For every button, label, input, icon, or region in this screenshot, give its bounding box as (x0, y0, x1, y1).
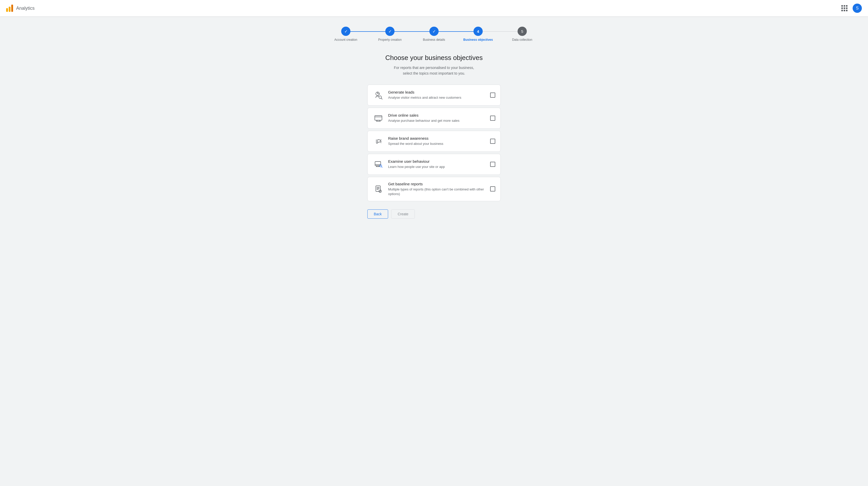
objective-raise-brand-awareness[interactable]: Raise brand awareness Spread the word ab… (367, 131, 501, 152)
logo-bar-2 (9, 7, 10, 12)
step-circle-4: 4 (473, 27, 483, 36)
examine-user-behaviour-text: Examine user behaviour Learn how people … (388, 159, 486, 169)
objectives-list: Generate leads Analyse visitor metrics a… (367, 85, 501, 201)
svg-rect-2 (375, 116, 382, 120)
header-title: Analytics (16, 6, 35, 11)
generate-leads-icon (373, 89, 384, 101)
button-row: Back Create (367, 209, 501, 219)
user-avatar[interactable]: S (852, 4, 862, 13)
drive-online-sales-checkbox[interactable] (490, 116, 495, 121)
stepper: ✓ Account creation ✓ Property creation ✓… (324, 27, 544, 41)
examine-user-behaviour-title: Examine user behaviour (388, 159, 486, 163)
objective-examine-user-behaviour[interactable]: Examine user behaviour Learn how people … (367, 154, 501, 175)
drive-online-sales-desc: Analyse purchase behaviour and get more … (388, 118, 486, 123)
step-circle-2: ✓ (385, 27, 395, 36)
objective-generate-leads[interactable]: Generate leads Analyse visitor metrics a… (367, 85, 501, 105)
step-label-4: Business objectives (463, 38, 493, 41)
header-right: S (841, 4, 862, 13)
objective-get-baseline-reports[interactable]: Get baseline reports Multiple types of r… (367, 177, 501, 201)
svg-rect-5 (376, 186, 380, 191)
step-property-creation: ✓ Property creation (368, 27, 412, 41)
back-button[interactable]: Back (367, 209, 388, 219)
raise-brand-awareness-desc: Spread the word about your business (388, 142, 486, 146)
svg-point-7 (380, 192, 380, 192)
raise-brand-awareness-title: Raise brand awareness (388, 136, 486, 141)
generate-leads-text: Generate leads Analyse visitor metrics a… (388, 90, 486, 100)
page-subtitle: For reports that are personalised to you… (394, 65, 474, 77)
generate-leads-desc: Analyse visitor metrics and attract new … (388, 95, 486, 100)
raise-brand-awareness-checkbox[interactable] (490, 139, 495, 144)
drive-online-sales-icon (373, 113, 384, 124)
step-data-collection: 5 Data collection (500, 27, 544, 41)
page-content: Choose your business objectives For repo… (367, 54, 501, 219)
generate-leads-checkbox[interactable] (490, 93, 495, 98)
get-baseline-reports-title: Get baseline reports (388, 182, 486, 186)
step-circle-5: 5 (518, 27, 527, 36)
step-label-3: Business details (423, 38, 445, 41)
analytics-logo (6, 5, 13, 12)
raise-brand-awareness-icon (373, 135, 384, 147)
apps-icon[interactable] (841, 5, 847, 11)
step-business-details: ✓ Business details (412, 27, 456, 41)
examine-user-behaviour-icon (373, 159, 384, 170)
drive-online-sales-title: Drive online sales (388, 113, 486, 117)
step-business-objectives: 4 Business objectives (456, 27, 500, 41)
get-baseline-reports-icon (373, 183, 384, 194)
step-circle-1: ✓ (341, 27, 350, 36)
get-baseline-reports-checkbox[interactable] (490, 186, 495, 191)
logo-bar-3 (11, 5, 13, 12)
raise-brand-awareness-text: Raise brand awareness Spread the word ab… (388, 136, 486, 146)
step-label-5: Data collection (512, 38, 532, 41)
page-title: Choose your business objectives (385, 54, 483, 62)
header-left: Analytics (6, 5, 35, 12)
step-label-2: Property creation (378, 38, 401, 41)
examine-user-behaviour-checkbox[interactable] (490, 162, 495, 167)
step-circle-3: ✓ (429, 27, 439, 36)
get-baseline-reports-desc: Multiple types of reports (this option c… (388, 187, 486, 196)
objective-drive-online-sales[interactable]: Drive online sales Analyse purchase beha… (367, 108, 501, 129)
generate-leads-title: Generate leads (388, 90, 486, 94)
header: Analytics S (0, 0, 868, 17)
create-button[interactable]: Create (391, 209, 415, 219)
drive-online-sales-text: Drive online sales Analyse purchase beha… (388, 113, 486, 123)
step-label-1: Account creation (334, 38, 357, 41)
examine-user-behaviour-desc: Learn how people use your site or app (388, 164, 486, 169)
get-baseline-reports-text: Get baseline reports Multiple types of r… (388, 182, 486, 196)
main-content: ✓ Account creation ✓ Property creation ✓… (0, 17, 868, 234)
logo-bar-1 (6, 8, 8, 12)
step-account-creation: ✓ Account creation (324, 27, 368, 41)
